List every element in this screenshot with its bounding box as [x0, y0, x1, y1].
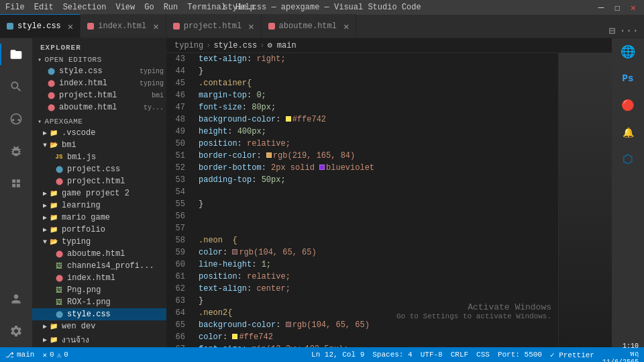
- tab-close-project-html[interactable]: ✕: [248, 21, 254, 32]
- folder-game-project-2[interactable]: ▶ 📁 game project 2: [32, 187, 166, 199]
- menu-run[interactable]: Run: [164, 3, 178, 12]
- error-icon: ✕: [42, 351, 47, 359]
- activity-explorer[interactable]: [0, 38, 32, 71]
- folder-bmi[interactable]: ▼ 📂 bmi: [32, 139, 166, 151]
- file-project-css[interactable]: ⬤ project.css: [32, 163, 166, 175]
- warning-count: 0: [64, 351, 68, 359]
- css-icon-style: ⬤: [54, 309, 64, 320]
- file-rox-png[interactable]: 🖼 ROX-1.png: [32, 296, 166, 308]
- minimize-button[interactable]: —: [596, 2, 606, 13]
- code-line-59: color: rgb(104, 65, 65): [199, 246, 558, 259]
- tab-close-style-css[interactable]: ✕: [68, 21, 73, 32]
- menu-bar[interactable]: File Edit Selection View Go Run Terminal…: [5, 3, 255, 12]
- browser-icon[interactable]: 🌐: [612, 38, 644, 65]
- menu-edit[interactable]: Edit: [34, 3, 54, 12]
- line-number-58: 58: [174, 234, 185, 246]
- line-number-51: 51: [174, 150, 185, 162]
- prettier-label: ✓ Prettier: [550, 351, 594, 359]
- html-icon-project: ⬤: [54, 176, 64, 187]
- css-file-icon: [7, 23, 13, 30]
- tab-close-aboutme-html[interactable]: ✕: [343, 21, 349, 32]
- svg-rect-0: [12, 179, 15, 183]
- file-bmi-js[interactable]: JS bmi.js: [32, 151, 166, 163]
- menu-file[interactable]: File: [5, 3, 25, 12]
- code-line-67: font-size: min(13.2vw,102.5px);: [199, 343, 558, 347]
- open-editor-index-html[interactable]: ⬤ index.html typing: [32, 77, 166, 89]
- sidebar: EXPLORER ▾ OPEN EDITORS ⬤ style.css typi…: [32, 38, 166, 347]
- file-project-html[interactable]: ⬤ project.html: [32, 175, 166, 187]
- file-channels4[interactable]: 🖼 channels4_profi...: [32, 260, 166, 272]
- code-line-44: }: [199, 65, 558, 77]
- vscode-icon[interactable]: ⬡: [612, 146, 644, 173]
- sidebar-scroll[interactable]: ▾ OPEN EDITORS ⬤ style.css typing ⬤ inde…: [32, 54, 166, 347]
- encoding-label: UTF-8: [421, 351, 443, 359]
- folder-typing[interactable]: ▼ 📂 typing: [32, 236, 166, 248]
- more-actions-icon[interactable]: ···: [619, 25, 639, 37]
- menu-terminal[interactable]: Terminal: [187, 3, 226, 12]
- chevron-open-editors: ▾: [38, 56, 42, 64]
- folder-icon-game: 📁: [48, 188, 59, 199]
- window-controls[interactable]: — ☐ ✕: [596, 2, 639, 13]
- activity-source-control[interactable]: [0, 103, 32, 135]
- tab-aboutme-html[interactable]: aboutme.html ✕: [262, 14, 357, 38]
- tab-bar-actions: ⊟ ···: [609, 24, 644, 38]
- activity-account[interactable]: [0, 283, 32, 315]
- code-content[interactable]: text-align: right;}.container{ margin-to…: [193, 53, 558, 347]
- folder-mario-game[interactable]: ▶ 📁 mario game: [32, 212, 166, 224]
- menu-selection[interactable]: Selection: [63, 3, 107, 12]
- open-editor-style-css[interactable]: ⬤ style.css typing: [32, 65, 166, 77]
- apexgame-header[interactable]: ▾ APEXGAME: [32, 116, 166, 127]
- folder-portfolio[interactable]: ▶ 📁 portfolio: [32, 224, 166, 236]
- open-editor-aboutme-html[interactable]: ⬤ aboutme.html ty...: [32, 101, 166, 114]
- activity-debug[interactable]: [0, 135, 32, 167]
- activity-extensions[interactable]: [0, 167, 32, 199]
- tab-style-css[interactable]: style.css ✕: [0, 14, 80, 38]
- line-number-56: 56: [174, 210, 185, 222]
- code-line-51: border-color: rgb(219, 165, 84): [199, 150, 558, 162]
- breadcrumb-symbol: ⚙ main: [267, 40, 296, 50]
- line-number-59: 59: [174, 246, 185, 259]
- code-line-64: .neon2{: [199, 307, 558, 319]
- file-index-html[interactable]: ⬤ index.html: [32, 272, 166, 284]
- menu-view[interactable]: View: [115, 3, 135, 12]
- tab-label-project-html: project.html: [184, 21, 241, 31]
- tab-index-html[interactable]: index.html ✕: [80, 14, 166, 38]
- warning-icon: ⚠: [57, 351, 62, 359]
- window-title: style.css — apexgame — Visual Studio Cod…: [223, 3, 421, 12]
- notification-icon[interactable]: 🔔: [612, 119, 644, 146]
- img-icon-channels4: 🖼: [54, 261, 64, 271]
- file-aboutme-html[interactable]: ⬤ aboutme.html: [32, 248, 166, 260]
- editor-area: typing › style.css › ⚙ main 434445464748…: [166, 38, 612, 347]
- line-number-60: 60: [174, 259, 185, 271]
- photoshop-icon[interactable]: Ps: [612, 65, 644, 92]
- activity-settings[interactable]: [0, 315, 32, 347]
- close-button[interactable]: ✕: [628, 2, 639, 13]
- line-number-48: 48: [174, 114, 185, 126]
- tab-project-html[interactable]: project.html ✕: [166, 14, 262, 38]
- folder-vscode[interactable]: ▶ 📁 .vscode: [32, 127, 166, 139]
- activity-search[interactable]: [0, 71, 32, 103]
- folder-learning[interactable]: ▶ 📁 learning: [32, 199, 166, 212]
- code-line-58: .neon {: [199, 234, 558, 246]
- folder-icon-vscode: 📁: [48, 128, 59, 138]
- errors-warnings[interactable]: ✕ 0 ⚠ 0: [42, 351, 68, 359]
- folder-wen-dev[interactable]: ▶ 📁 wen dev: [32, 320, 166, 332]
- language-label: CSS: [476, 351, 490, 359]
- html-file-icon-2: [173, 23, 180, 30]
- git-branch[interactable]: ⎇ main: [5, 351, 34, 359]
- open-editor-project-html[interactable]: ⬤ project.html bmi: [32, 89, 166, 101]
- file-style-css-active[interactable]: ⬤ style.css: [32, 308, 166, 320]
- split-editor-icon[interactable]: ⊟: [609, 24, 616, 38]
- code-line-49: height: 400px;: [199, 126, 558, 138]
- maximize-button[interactable]: ☐: [612, 2, 623, 13]
- menu-go[interactable]: Go: [144, 3, 154, 12]
- chrome-icon[interactable]: 🔴: [612, 92, 644, 119]
- folder-nganjang[interactable]: ▶ 📁 งานจ้าง: [32, 332, 166, 347]
- open-editors-header[interactable]: ▾ OPEN EDITORS: [32, 54, 166, 65]
- tab-close-index-html[interactable]: ✕: [153, 21, 158, 32]
- file-png-png[interactable]: 🖼 Png.png: [32, 284, 166, 296]
- line-number-46: 46: [174, 89, 185, 101]
- code-line-48: background-color: #ffe742: [199, 114, 558, 126]
- code-editor[interactable]: 4344454647484950515253545556575859606162…: [166, 53, 612, 347]
- line-number-67: 67: [174, 343, 185, 347]
